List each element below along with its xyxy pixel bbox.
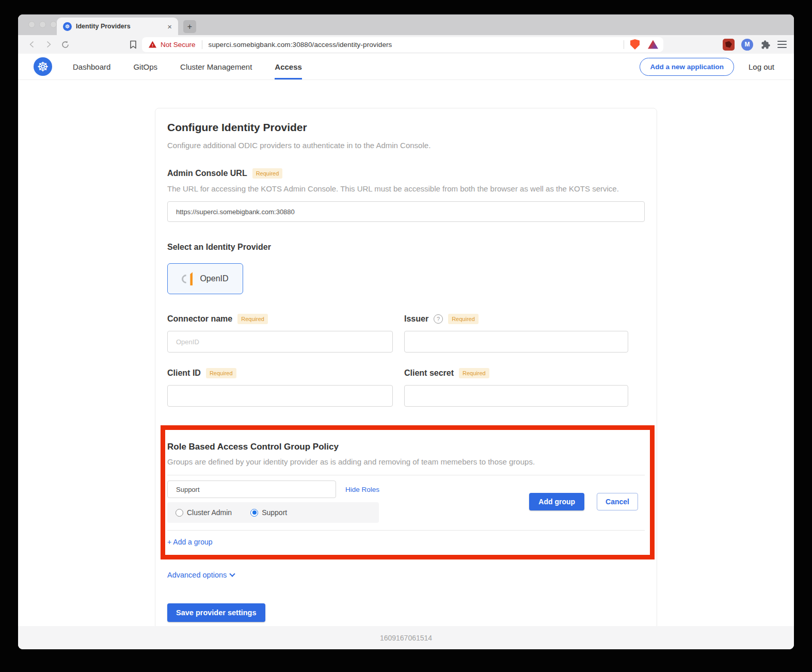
nav-links: Dashboard GitOps Cluster Management Acce…: [73, 54, 302, 79]
minimize-window-button[interactable]: [39, 21, 46, 28]
client-id-field: Client ID Required: [167, 368, 393, 407]
new-tab-button[interactable]: +: [183, 20, 196, 33]
issuer-label: Issuer: [404, 314, 428, 324]
chevron-down-icon: [230, 571, 235, 577]
openid-provider-tile[interactable]: OpenID: [167, 263, 243, 294]
required-badge: Required: [237, 314, 268, 324]
role-option-cluster-admin[interactable]: Cluster Admin: [176, 508, 232, 517]
client-secret-field: Client secret Required: [404, 368, 628, 407]
client-id-input[interactable]: [167, 385, 393, 407]
admin-console-url-label: Admin Console URL: [167, 169, 247, 178]
nav-right: Add a new application Log out: [640, 54, 781, 79]
divider: [167, 475, 645, 475]
extensions-puzzle-icon[interactable]: [760, 39, 771, 50]
forward-icon[interactable]: [42, 38, 55, 51]
profile-avatar[interactable]: M: [741, 39, 753, 51]
brave-shield-icon[interactable]: [630, 39, 640, 50]
group-editor-row: Hide Roles Cluster Admin Support: [167, 481, 645, 523]
required-badge: Required: [448, 314, 479, 324]
kubernetes-logo-icon: ☸: [34, 57, 52, 76]
app-navigation: ☸ Dashboard GitOps Cluster Management Ac…: [18, 54, 794, 80]
connector-name-input[interactable]: [167, 331, 393, 353]
not-secure-warning-icon: !: [149, 41, 156, 48]
extension-area: M: [723, 39, 787, 51]
extension-icon-red[interactable]: [723, 39, 735, 51]
issuer-field: Issuer ? Required: [404, 314, 628, 353]
zoom-window-button[interactable]: [50, 21, 57, 28]
required-badge: Required: [206, 368, 236, 378]
page-subtitle: Configure additional ODIC providers to a…: [167, 141, 645, 150]
back-icon[interactable]: [25, 38, 39, 51]
add-new-application-button[interactable]: Add a new application: [640, 58, 734, 76]
role-option-support[interactable]: Support: [250, 508, 287, 517]
url-text[interactable]: superci.somebigbank.com:30880/access/ide…: [209, 41, 617, 49]
identity-provider-card: Configure Identity Provider Configure ad…: [155, 108, 657, 626]
window-controls[interactable]: [28, 21, 57, 28]
address-bar[interactable]: ! Not Secure superci.somebigbank.com:308…: [142, 37, 663, 52]
provider-name: OpenID: [200, 274, 228, 283]
close-window-button[interactable]: [28, 21, 35, 28]
rbac-highlight-region: Role Based Access Control Group Policy G…: [161, 425, 655, 559]
logout-link[interactable]: Log out: [749, 62, 774, 71]
footer-timestamp: 1609167061514: [380, 634, 432, 642]
url-separator: [624, 40, 624, 49]
browser-toolbar: ! Not Secure superci.somebigbank.com:308…: [18, 35, 794, 54]
close-tab-icon[interactable]: ×: [166, 22, 173, 31]
browser-tab[interactable]: ☸ Identity Providers ×: [57, 18, 178, 35]
issuer-input[interactable]: [404, 331, 628, 353]
brave-rewards-icon[interactable]: [648, 40, 658, 49]
required-badge: Required: [459, 368, 489, 378]
role-label: Support: [262, 508, 287, 517]
help-icon[interactable]: ?: [434, 314, 443, 324]
role-label: Cluster Admin: [187, 508, 232, 517]
connector-name-label: Connector name: [167, 314, 232, 324]
advanced-options-toggle[interactable]: Advanced options: [167, 571, 234, 579]
save-provider-settings-button[interactable]: Save provider settings: [167, 603, 265, 622]
radio-icon[interactable]: [176, 509, 183, 517]
required-badge: Required: [252, 168, 283, 179]
rbac-subtitle: Groups are defined by your identity prov…: [167, 457, 645, 466]
tab-title: Identity Providers: [76, 23, 162, 30]
divider: [167, 530, 645, 531]
page-title: Configure Identity Provider: [167, 121, 645, 134]
client-secret-label: Client secret: [404, 369, 454, 378]
cancel-button[interactable]: Cancel: [597, 493, 638, 510]
bookmark-icon[interactable]: [130, 40, 137, 49]
admin-console-url-help: The URL for accessing the KOTS Admin Con…: [167, 184, 645, 193]
page-content: Configure Identity Provider Configure ad…: [18, 80, 794, 626]
add-a-group-link[interactable]: + Add a group: [167, 538, 213, 546]
client-id-label: Client ID: [167, 369, 201, 378]
client-secret-input[interactable]: [404, 385, 628, 407]
radio-icon[interactable]: [250, 509, 258, 517]
nav-item-cluster-management[interactable]: Cluster Management: [180, 54, 252, 79]
nav-item-dashboard[interactable]: Dashboard: [73, 54, 110, 79]
tab-strip: ☸ Identity Providers × +: [18, 14, 794, 35]
browser-window: ☸ Identity Providers × + ! Not Secure su…: [18, 14, 794, 649]
url-separator: [202, 40, 202, 49]
menu-icon[interactable]: [777, 40, 787, 49]
rbac-title: Role Based Access Control Group Policy: [167, 442, 645, 452]
admin-console-url-input[interactable]: [167, 201, 645, 222]
add-group-button[interactable]: Add group: [529, 493, 584, 510]
group-name-input[interactable]: [167, 481, 336, 498]
reload-icon[interactable]: [58, 38, 72, 51]
not-secure-label: Not Secure: [161, 41, 196, 49]
kubernetes-favicon-icon: ☸: [63, 22, 72, 31]
nav-item-access[interactable]: Access: [275, 54, 302, 79]
roles-selector: Cluster Admin Support: [167, 502, 379, 523]
app-footer: 1609167061514: [18, 626, 794, 649]
connector-name-field: Connector name Required: [167, 314, 393, 353]
select-provider-label: Select an Identity Provider: [167, 243, 645, 252]
hide-roles-link[interactable]: Hide Roles: [345, 486, 379, 493]
openid-logo-icon: [182, 272, 195, 285]
nav-item-gitops[interactable]: GitOps: [133, 54, 157, 79]
advanced-options-label: Advanced options: [167, 571, 227, 579]
